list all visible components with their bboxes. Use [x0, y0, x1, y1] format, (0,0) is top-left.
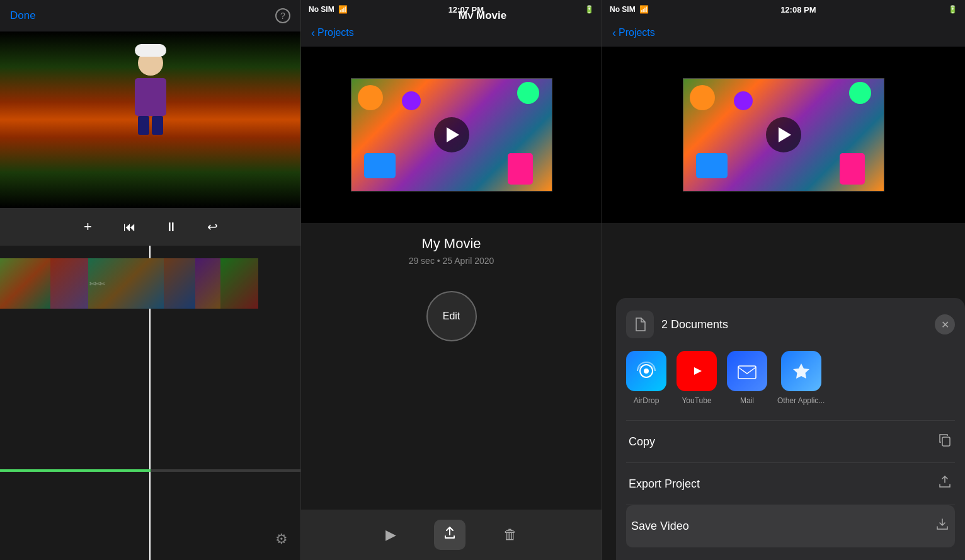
play-button-3[interactable]	[766, 117, 801, 152]
status-bar-2: No SIM 📶 12:07 PM 🔋	[301, 0, 602, 19]
doc-count-label: 2 Documents	[661, 318, 728, 331]
airdrop-app-icon	[626, 351, 666, 391]
share-apps-row: AirDrop YouTube Mail	[626, 351, 955, 405]
back-label-2: Projects	[317, 27, 354, 38]
export-project-action-row[interactable]: Export Project	[626, 463, 955, 505]
timeline-area: ✄✄✄ ⚙	[0, 246, 300, 560]
edit-button-container: Edit	[426, 291, 477, 341]
movie-thumbnail-2[interactable]	[351, 78, 552, 191]
timeline-clip[interactable]: ✄✄✄	[88, 258, 164, 309]
wifi-icon-3: 📶	[639, 5, 649, 14]
nav-bar-2: ‹ Projects	[301, 19, 602, 47]
share-sheet-close-button[interactable]: ✕	[935, 314, 955, 334]
svg-point-1	[644, 369, 649, 374]
battery-icon-3: 🔋	[948, 5, 957, 14]
copy-action-row[interactable]: Copy	[626, 421, 955, 463]
save-video-action-row[interactable]: Save Video	[626, 505, 955, 547]
movie-title-2: My Movie	[409, 236, 494, 252]
back-button-3[interactable]: ‹ Projects	[612, 26, 655, 40]
timeline-clip[interactable]	[0, 258, 50, 309]
share-app-other[interactable]: Other Applic...	[777, 351, 825, 405]
imovie-share-panel: No SIM 📶 12:08 PM 🔋 ‹ Projects	[602, 0, 965, 560]
copy-action-label: Copy	[629, 435, 655, 449]
imovie-project-panel: No SIM 📶 12:07 PM 🔋 ‹ Projects	[301, 0, 602, 560]
undo-button[interactable]: ↩	[202, 215, 224, 238]
timeline-clip[interactable]	[50, 258, 88, 309]
timeline-clip[interactable]	[195, 258, 220, 309]
document-icon	[626, 311, 654, 338]
edit-button[interactable]: Edit	[426, 291, 477, 341]
play-button-2[interactable]	[434, 117, 469, 152]
nav-bar-3: ‹ Projects	[602, 19, 965, 47]
skip-back-button[interactable]: ⏮	[118, 215, 141, 238]
timeline-progress	[0, 469, 151, 472]
play-triangle-icon-3	[779, 127, 791, 142]
export-action-label: Export Project	[629, 477, 700, 491]
movie-thumbnail-3[interactable]	[683, 78, 884, 191]
share-toolbar-button[interactable]	[434, 520, 465, 550]
timeline-clip[interactable]	[220, 258, 258, 309]
movie-info: My Movie 29 sec • 25 April 2020	[396, 223, 507, 278]
status-bar-3: No SIM 📶 12:08 PM 🔋	[602, 0, 965, 19]
other-apps-icon	[781, 351, 821, 391]
youtube-label: YouTube	[682, 396, 711, 405]
settings-button[interactable]: ⚙	[275, 531, 288, 547]
status-left-3: No SIM 📶	[610, 5, 649, 14]
video-thumbnail	[0, 31, 300, 208]
share-sheet-header: 2 Documents ✕	[626, 311, 955, 338]
status-right-3: 🔋	[948, 5, 957, 14]
share-doc-info: 2 Documents	[626, 311, 728, 338]
youtube-app-icon	[677, 351, 717, 391]
svg-rect-2	[738, 366, 756, 379]
playback-controls: + ⏮ ⏸ ↩	[0, 208, 300, 246]
airdrop-label: AirDrop	[634, 396, 660, 405]
battery-icon-2: 🔋	[585, 5, 594, 14]
mail-label: Mail	[740, 396, 754, 405]
add-clip-button[interactable]: +	[77, 215, 100, 238]
bottom-toolbar: ▶ 🗑	[301, 510, 602, 560]
done-button[interactable]: Done	[10, 9, 36, 22]
timeline-clip[interactable]	[164, 258, 195, 309]
project-content: My Movie 29 sec • 25 April 2020 Edit	[301, 47, 602, 510]
delete-toolbar-button[interactable]: 🗑	[503, 527, 517, 543]
imovie-editor-panel: Done My Movie ? + ⏮ ⏸ ↩	[0, 0, 301, 560]
copy-action-icon	[937, 432, 952, 451]
back-label-3: Projects	[619, 27, 655, 38]
status-left: No SIM 📶	[309, 5, 348, 14]
carrier-3: No SIM	[610, 5, 636, 14]
help-button[interactable]: ?	[275, 8, 290, 23]
svg-rect-3	[942, 437, 950, 446]
share-app-youtube[interactable]: YouTube	[677, 351, 717, 405]
movie-preview-area	[301, 47, 602, 223]
play-toolbar-button[interactable]: ▶	[385, 527, 396, 543]
play-triangle-icon-2	[447, 127, 459, 142]
status-time-3: 12:08 PM	[780, 5, 816, 14]
editor-header: Done My Movie ?	[0, 0, 300, 31]
status-right-2: 🔋	[585, 5, 594, 14]
video-preview	[0, 31, 300, 208]
share-app-airdrop[interactable]: AirDrop	[626, 351, 666, 405]
carrier-2: No SIM	[309, 5, 334, 14]
back-chevron-icon-3: ‹	[612, 26, 616, 40]
back-chevron-icon-2: ‹	[311, 26, 315, 40]
back-button-2[interactable]: ‹ Projects	[311, 26, 354, 40]
timeline-track: ✄✄✄	[0, 258, 300, 309]
save-video-icon	[935, 517, 950, 535]
movie-preview-area-3	[602, 47, 965, 223]
wifi-icon-2: 📶	[338, 5, 348, 14]
save-video-label: Save Video	[631, 520, 689, 533]
export-action-icon	[937, 474, 952, 493]
share-app-mail[interactable]: Mail	[727, 351, 767, 405]
mail-app-icon	[727, 351, 767, 391]
movie-meta: 29 sec • 25 April 2020	[409, 256, 494, 266]
share-sheet: 2 Documents ✕ AirDrop	[616, 298, 965, 560]
other-apps-label: Other Applic...	[777, 396, 825, 405]
pause-button[interactable]: ⏸	[160, 215, 183, 238]
